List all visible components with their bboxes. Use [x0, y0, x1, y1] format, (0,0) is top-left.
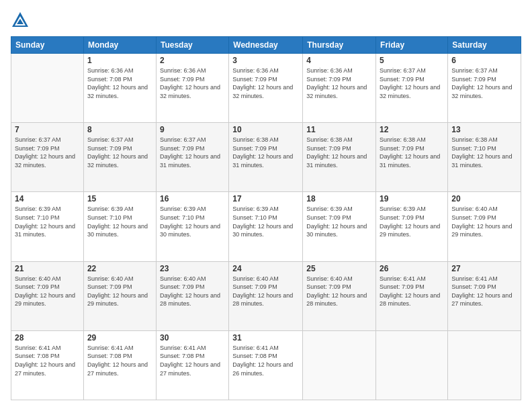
calendar-cell: 18Sunrise: 6:39 AMSunset: 7:09 PMDayligh…: [303, 192, 376, 261]
calendar-cell: 20Sunrise: 6:40 AMSunset: 7:09 PMDayligh…: [448, 192, 521, 261]
day-number: 22: [87, 264, 152, 273]
day-info: Sunrise: 6:41 AMSunset: 7:08 PMDaylight:…: [160, 344, 225, 377]
day-info: Sunrise: 6:39 AMSunset: 7:09 PMDaylight:…: [380, 205, 444, 238]
day-info: Sunrise: 6:37 AMSunset: 7:09 PMDaylight:…: [451, 66, 517, 100]
day-number: 30: [160, 333, 225, 342]
header-row: SundayMondayTuesdayWednesdayThursdayFrid…: [11, 37, 521, 54]
day-info: Sunrise: 6:39 AMSunset: 7:09 PMDaylight:…: [306, 205, 372, 238]
day-number: 2: [160, 56, 225, 65]
calendar-cell: 14Sunrise: 6:39 AMSunset: 7:10 PMDayligh…: [11, 192, 84, 261]
day-info: Sunrise: 6:39 AMSunset: 7:10 PMDaylight:…: [15, 205, 80, 238]
calendar-week: 28Sunrise: 6:41 AMSunset: 7:08 PMDayligh…: [11, 330, 521, 400]
day-info: Sunrise: 6:38 AMSunset: 7:09 PMDaylight:…: [306, 136, 372, 169]
day-number: 31: [232, 333, 299, 342]
day-info: Sunrise: 6:37 AMSunset: 7:09 PMDaylight:…: [87, 136, 152, 169]
calendar-cell: 26Sunrise: 6:41 AMSunset: 7:09 PMDayligh…: [376, 261, 448, 330]
calendar-cell: [303, 330, 376, 400]
day-info: Sunrise: 6:36 AMSunset: 7:09 PMDaylight:…: [160, 66, 225, 100]
page: SundayMondayTuesdayWednesdayThursdayFrid…: [0, 0, 532, 411]
day-info: Sunrise: 6:39 AMSunset: 7:10 PMDaylight:…: [160, 205, 225, 238]
day-number: 23: [160, 264, 225, 273]
day-info: Sunrise: 6:39 AMSunset: 7:10 PMDaylight:…: [232, 205, 299, 238]
day-number: 16: [160, 194, 225, 203]
calendar-week: 14Sunrise: 6:39 AMSunset: 7:10 PMDayligh…: [11, 192, 521, 261]
calendar-week: 1Sunrise: 6:36 AMSunset: 7:08 PMDaylight…: [11, 54, 521, 123]
day-number: 12: [380, 125, 444, 134]
header: [11, 11, 521, 30]
day-info: Sunrise: 6:38 AMSunset: 7:09 PMDaylight:…: [232, 136, 299, 169]
calendar-cell: 22Sunrise: 6:40 AMSunset: 7:09 PMDayligh…: [83, 261, 156, 330]
calendar-cell: 7Sunrise: 6:37 AMSunset: 7:09 PMDaylight…: [11, 123, 84, 192]
day-number: 27: [451, 264, 517, 273]
calendar-cell: 12Sunrise: 6:38 AMSunset: 7:09 PMDayligh…: [376, 123, 448, 192]
calendar-cell: 27Sunrise: 6:41 AMSunset: 7:09 PMDayligh…: [448, 261, 521, 330]
header-day: Sunday: [11, 37, 84, 54]
logo: [11, 11, 32, 30]
day-info: Sunrise: 6:40 AMSunset: 7:09 PMDaylight:…: [160, 275, 225, 308]
day-info: Sunrise: 6:37 AMSunset: 7:09 PMDaylight:…: [380, 66, 444, 100]
day-info: Sunrise: 6:36 AMSunset: 7:09 PMDaylight:…: [232, 66, 299, 100]
day-info: Sunrise: 6:38 AMSunset: 7:10 PMDaylight:…: [451, 136, 517, 169]
calendar-cell: 3Sunrise: 6:36 AMSunset: 7:09 PMDaylight…: [229, 54, 303, 123]
day-number: 13: [451, 125, 517, 134]
calendar-cell: 5Sunrise: 6:37 AMSunset: 7:09 PMDaylight…: [376, 54, 448, 123]
day-number: 8: [87, 125, 152, 134]
day-number: 5: [380, 56, 444, 65]
day-number: 19: [380, 194, 444, 203]
header-day: Tuesday: [156, 37, 228, 54]
day-info: Sunrise: 6:41 AMSunset: 7:08 PMDaylight:…: [87, 344, 152, 377]
calendar-cell: 13Sunrise: 6:38 AMSunset: 7:10 PMDayligh…: [448, 123, 521, 192]
day-number: 25: [306, 264, 372, 273]
header-day: Monday: [83, 37, 156, 54]
day-number: 11: [306, 125, 372, 134]
calendar-cell: 16Sunrise: 6:39 AMSunset: 7:10 PMDayligh…: [156, 192, 228, 261]
day-number: 15: [87, 194, 152, 203]
calendar-cell: 6Sunrise: 6:37 AMSunset: 7:09 PMDaylight…: [448, 54, 521, 123]
logo-icon: [11, 11, 30, 30]
calendar-cell: [11, 54, 84, 123]
header-day: Saturday: [448, 37, 521, 54]
calendar-cell: [376, 330, 448, 400]
calendar-cell: 29Sunrise: 6:41 AMSunset: 7:08 PMDayligh…: [83, 330, 156, 400]
header-day: Thursday: [303, 37, 376, 54]
calendar-cell: 31Sunrise: 6:41 AMSunset: 7:08 PMDayligh…: [229, 330, 303, 400]
day-info: Sunrise: 6:40 AMSunset: 7:09 PMDaylight:…: [306, 275, 372, 308]
day-info: Sunrise: 6:40 AMSunset: 7:09 PMDaylight:…: [87, 275, 152, 308]
day-number: 20: [451, 194, 517, 203]
day-number: 7: [15, 125, 80, 134]
day-number: 17: [232, 194, 299, 203]
day-number: 21: [15, 264, 80, 273]
calendar-cell: 9Sunrise: 6:37 AMSunset: 7:09 PMDaylight…: [156, 123, 228, 192]
day-info: Sunrise: 6:41 AMSunset: 7:08 PMDaylight:…: [232, 344, 299, 377]
day-info: Sunrise: 6:38 AMSunset: 7:09 PMDaylight:…: [380, 136, 444, 169]
calendar-cell: 30Sunrise: 6:41 AMSunset: 7:08 PMDayligh…: [156, 330, 228, 400]
calendar-cell: 11Sunrise: 6:38 AMSunset: 7:09 PMDayligh…: [303, 123, 376, 192]
calendar-cell: 28Sunrise: 6:41 AMSunset: 7:08 PMDayligh…: [11, 330, 84, 400]
calendar-cell: 19Sunrise: 6:39 AMSunset: 7:09 PMDayligh…: [376, 192, 448, 261]
day-number: 24: [232, 264, 299, 273]
day-info: Sunrise: 6:36 AMSunset: 7:09 PMDaylight:…: [306, 66, 372, 100]
day-number: 14: [15, 194, 80, 203]
day-number: 10: [232, 125, 299, 134]
calendar-cell: [448, 330, 521, 400]
calendar-cell: 17Sunrise: 6:39 AMSunset: 7:10 PMDayligh…: [229, 192, 303, 261]
calendar-cell: 10Sunrise: 6:38 AMSunset: 7:09 PMDayligh…: [229, 123, 303, 192]
calendar-cell: 4Sunrise: 6:36 AMSunset: 7:09 PMDaylight…: [303, 54, 376, 123]
calendar-cell: 23Sunrise: 6:40 AMSunset: 7:09 PMDayligh…: [156, 261, 228, 330]
day-info: Sunrise: 6:41 AMSunset: 7:08 PMDaylight:…: [15, 344, 80, 377]
day-number: 4: [306, 56, 372, 65]
day-info: Sunrise: 6:39 AMSunset: 7:10 PMDaylight:…: [87, 205, 152, 238]
day-number: 18: [306, 194, 372, 203]
day-number: 9: [160, 125, 225, 134]
calendar-cell: 1Sunrise: 6:36 AMSunset: 7:08 PMDaylight…: [83, 54, 156, 123]
calendar-cell: 21Sunrise: 6:40 AMSunset: 7:09 PMDayligh…: [11, 261, 84, 330]
day-info: Sunrise: 6:36 AMSunset: 7:08 PMDaylight:…: [87, 66, 152, 100]
calendar-table: SundayMondayTuesdayWednesdayThursdayFrid…: [11, 36, 521, 400]
header-day: Wednesday: [229, 37, 303, 54]
day-info: Sunrise: 6:37 AMSunset: 7:09 PMDaylight:…: [15, 136, 80, 169]
day-number: 26: [380, 264, 444, 273]
day-number: 3: [232, 56, 299, 65]
calendar-cell: 25Sunrise: 6:40 AMSunset: 7:09 PMDayligh…: [303, 261, 376, 330]
day-info: Sunrise: 6:37 AMSunset: 7:09 PMDaylight:…: [160, 136, 225, 169]
day-number: 6: [451, 56, 517, 65]
